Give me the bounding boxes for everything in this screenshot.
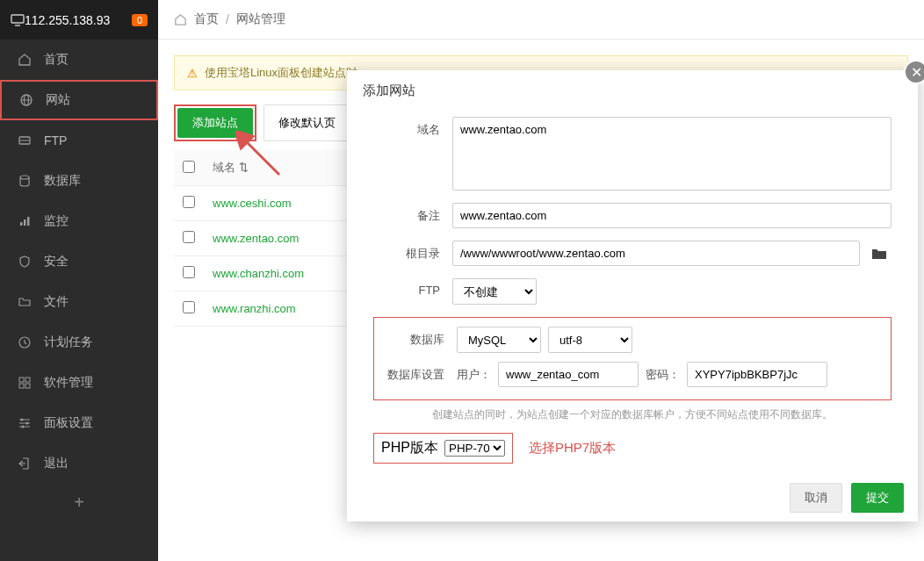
sidebar-item-label: 网站	[46, 92, 70, 108]
sidebar-item-monitor[interactable]: 监控	[0, 201, 158, 241]
sidebar-item-home[interactable]: 首页	[0, 40, 158, 80]
domain-link[interactable]: www.chanzhi.com	[213, 267, 304, 280]
ftp-icon	[18, 133, 33, 147]
notification-badge[interactable]: 0	[132, 14, 148, 26]
sidebar-item-files[interactable]: 文件	[0, 282, 158, 322]
row-checkbox[interactable]	[183, 266, 195, 278]
shield-icon	[18, 255, 33, 269]
php-label: PHP版本	[381, 439, 444, 457]
sidebar-item-label: FTP	[44, 133, 67, 147]
row-checkbox[interactable]	[183, 196, 195, 208]
clock-icon	[18, 335, 33, 349]
home-icon	[174, 13, 187, 26]
domain-input[interactable]: www.zentao.com	[452, 117, 892, 191]
submit-button[interactable]: 提交	[851, 483, 904, 513]
sidebar-item-settings[interactable]: 面板设置	[0, 403, 158, 443]
database-icon	[18, 174, 33, 188]
add-site-button[interactable]: 添加站点	[177, 108, 253, 138]
svg-point-19	[21, 419, 24, 421]
db-engine-select[interactable]: MySQL	[457, 327, 541, 353]
close-icon: ✕	[911, 64, 922, 81]
domain-link[interactable]: www.ranzhi.com	[213, 302, 296, 315]
pwd-label: 密码：	[646, 367, 680, 383]
user-label: 用户：	[457, 367, 491, 383]
database-highlight-box: 数据库 MySQL utf-8 数据库设置 用户： 密码：	[373, 317, 892, 400]
sidebar-item-cron[interactable]: 计划任务	[0, 322, 158, 363]
sort-icon: ⇅	[239, 161, 249, 174]
sidebar-item-software[interactable]: 软件管理	[0, 363, 158, 403]
remark-input[interactable]	[452, 203, 892, 228]
close-button[interactable]: ✕	[904, 60, 924, 84]
breadcrumb: 首页 / 网站管理	[158, 0, 924, 40]
cancel-button[interactable]: 取消	[790, 483, 842, 513]
modify-default-button[interactable]: 修改默认页	[263, 104, 350, 141]
sidebar-header: 112.255.138.93 0	[0, 0, 158, 40]
svg-rect-10	[27, 217, 30, 226]
svg-rect-14	[19, 384, 24, 388]
row-checkbox[interactable]	[183, 301, 195, 313]
browse-folder-button[interactable]	[867, 247, 892, 260]
monitor-icon	[11, 14, 25, 26]
svg-rect-9	[24, 219, 26, 226]
svg-rect-8	[20, 222, 23, 226]
domain-link[interactable]: www.ceshi.com	[213, 197, 292, 210]
db-user-input[interactable]	[498, 362, 639, 387]
db-pwd-input[interactable]	[687, 362, 827, 387]
ftp-select[interactable]: 不创建	[452, 278, 537, 305]
warning-icon: ⚠	[187, 67, 198, 80]
svg-rect-12	[19, 378, 24, 382]
globe-icon	[19, 93, 35, 107]
domain-link[interactable]: www.zentao.com	[213, 232, 299, 245]
sidebar: 112.255.138.93 0 首页 网站 FTP 数据库 监控 安全 文件 …	[0, 0, 158, 561]
server-ip: 112.255.138.93	[25, 13, 126, 27]
sidebar-item-label: 文件	[44, 294, 69, 310]
sidebar-item-logout[interactable]: 退出	[0, 443, 158, 484]
sidebar-item-label: 退出	[44, 456, 69, 471]
sidebar-add-button[interactable]: +	[0, 484, 158, 521]
sidebar-item-label: 监控	[44, 213, 69, 229]
logout-icon	[18, 457, 33, 471]
sidebar-item-website[interactable]: 网站	[0, 80, 158, 120]
php-select[interactable]: PHP-70	[444, 440, 505, 457]
db-charset-select[interactable]: utf-8	[548, 327, 632, 353]
sidebar-item-database[interactable]: 数据库	[0, 161, 158, 201]
grid-icon	[18, 376, 33, 390]
svg-rect-15	[25, 384, 30, 388]
add-site-modal: ✕ 添加网站 域名 www.zentao.com 备注 根目录 FTP 不创建 …	[347, 70, 918, 521]
db-label: 数据库	[378, 327, 457, 348]
sidebar-item-label: 首页	[44, 52, 69, 68]
domain-label: 域名	[373, 117, 452, 138]
select-all-checkbox[interactable]	[183, 161, 195, 173]
sidebar-item-security[interactable]: 安全	[0, 241, 158, 282]
sidebar-item-label: 软件管理	[44, 375, 93, 391]
sidebar-item-label: 计划任务	[44, 334, 93, 350]
svg-point-7	[20, 176, 29, 179]
root-label: 根目录	[373, 241, 452, 262]
folder-icon	[18, 295, 33, 309]
breadcrumb-separator: /	[226, 12, 229, 26]
breadcrumb-home[interactable]: 首页	[194, 11, 219, 27]
svg-rect-0	[11, 15, 24, 23]
sidebar-item-ftp[interactable]: FTP	[0, 120, 158, 161]
row-checkbox[interactable]	[183, 231, 195, 243]
svg-point-20	[26, 422, 29, 425]
sidebar-item-label: 数据库	[44, 173, 81, 189]
db-hint: 创建站点的同时，为站点创建一个对应的数据库帐户，方便不同站点使用不同数据库。	[373, 407, 892, 422]
root-input[interactable]	[452, 241, 860, 266]
remark-label: 备注	[373, 203, 452, 224]
add-site-highlight: 添加站点	[174, 104, 256, 141]
svg-point-21	[22, 426, 25, 428]
modal-title: 添加网站	[347, 70, 918, 111]
sidebar-item-label: 安全	[44, 254, 69, 270]
home-icon	[18, 53, 33, 67]
sidebar-item-label: 面板设置	[44, 415, 93, 431]
ftp-label: FTP	[373, 278, 452, 297]
svg-rect-13	[25, 378, 30, 382]
breadcrumb-current: 网站管理	[236, 11, 285, 27]
php-highlight-box: PHP版本 PHP-70	[373, 433, 513, 464]
php-note: 选择PHP7版本	[529, 440, 616, 457]
alert-text: 使用宝塔Linux面板创建站点时	[205, 65, 357, 81]
chart-icon	[18, 214, 33, 228]
sliders-icon	[18, 416, 33, 430]
dbset-label: 数据库设置	[378, 362, 457, 383]
